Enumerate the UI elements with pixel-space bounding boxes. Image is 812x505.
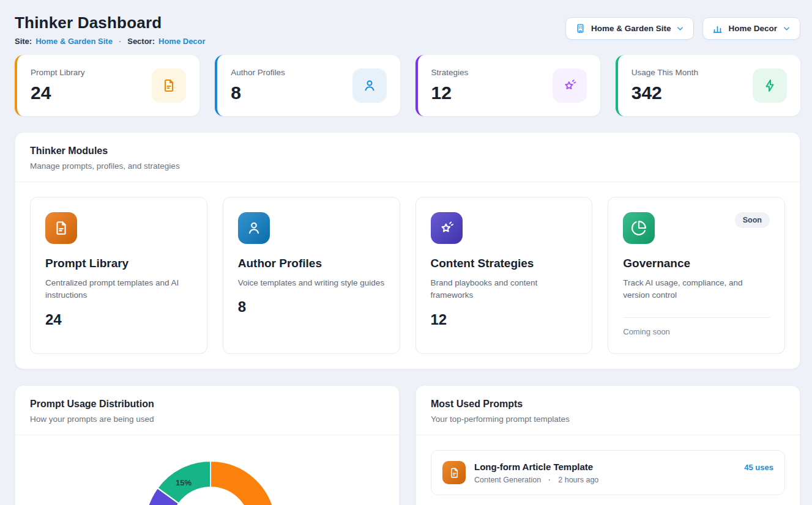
thinker-modules-panel: Thinker Modules Manage prompts, profiles… [15,132,800,369]
stat-text: Usage This Month 342 [631,68,698,103]
module-card-content-strategies[interactable]: Content Strategies Brand playbooks and c… [415,197,593,354]
usage-card-subtitle: How your prompts are being used [30,415,384,424]
sector-label: Sector: [127,37,155,46]
module-title: Prompt Library [45,257,192,270]
sector-link[interactable]: Home Decor [158,37,206,46]
stat-card-strategies[interactable]: Strategies 12 [415,55,600,116]
modules-title: Thinker Modules [30,146,785,157]
prompts-card-title: Most Used Prompts [431,399,785,410]
module-count: 24 [45,311,192,328]
module-description: Track AI usage, compliance, and version … [623,277,770,302]
header-actions: Home & Garden Site Home Decor [565,17,800,40]
document-icon [45,212,77,244]
module-description: Brand playbooks and content frameworks [431,277,578,302]
stats-row: Prompt Library 24 Author Profiles 8 [15,55,800,116]
stat-icon-box [152,68,186,103]
donut-segment-label: 15% [176,478,192,487]
stat-value: 24 [31,83,85,103]
stat-value: 12 [431,83,469,103]
thinker-dashboard-page: Thinker Dashboard Site: Home & Garden Si… [0,0,812,505]
lightning-icon [762,78,777,93]
stat-value: 342 [631,83,698,103]
stat-card-prompt-library[interactable]: Prompt Library 24 [15,55,199,116]
module-title: Content Strategies [431,257,578,270]
prompt-item-uses-badge: 45 uses [744,463,773,472]
chevron-down-icon [783,24,791,32]
site-selector-label: Home & Garden Site [591,24,671,33]
stat-label: Prompt Library [31,68,85,77]
site-link[interactable]: Home & Garden Site [35,37,113,46]
chevron-down-icon [676,24,684,32]
soon-badge: Soon [735,212,770,228]
site-sector-line: Site: Home & Garden Site · Sector: Home … [15,37,206,46]
document-icon [162,78,176,93]
pie-chart-icon [623,212,655,244]
prompt-item-category: Content Generation [474,476,541,484]
usage-card-header: Prompt Usage Distribution How your promp… [15,386,399,435]
stat-text: Author Profiles 8 [231,68,285,103]
module-count: 12 [431,311,578,328]
prompt-list: Long-form Article Template Content Gener… [416,435,800,505]
module-count: 8 [238,298,385,315]
module-divider [623,317,770,318]
dot-separator: · [119,37,121,46]
site-selector-button[interactable]: Home & Garden Site [565,17,695,40]
prompt-item-title: Long-form Article Template [474,462,736,472]
user-icon [362,78,377,93]
stat-card-author-profiles[interactable]: Author Profiles 8 [215,55,400,116]
module-title: Governance [623,257,770,270]
document-icon [442,461,466,484]
prompt-item-meta: Content Generation · 2 hours ago [474,476,736,484]
module-title: Author Profiles [238,257,385,270]
module-card-prompt-library[interactable]: Prompt Library Centralized prompt templa… [30,197,207,354]
star-sparkle-icon [562,78,578,94]
user-icon [238,212,270,244]
sector-selector-label: Home Decor [728,24,777,33]
building-icon [575,23,586,34]
module-description: Voice templates and writing style guides [238,277,385,289]
header-left: Thinker Dashboard Site: Home & Garden Si… [15,13,206,46]
prompts-card-header: Most Used Prompts Your top-performing pr… [416,386,800,435]
stat-icon-box [753,68,787,103]
stat-card-usage[interactable]: Usage This Month 342 [616,55,800,116]
stat-label: Author Profiles [231,68,285,77]
module-card-author-profiles[interactable]: Author Profiles Voice templates and writ… [223,197,400,354]
site-label: Site: [15,37,32,46]
stat-label: Usage This Month [631,68,698,77]
prompt-item-time: 2 hours ago [558,476,598,484]
bottom-row: Prompt Usage Distribution How your promp… [15,385,800,505]
stat-label: Strategies [431,68,469,77]
modules-header: Thinker Modules Manage prompts, profiles… [15,133,800,182]
coming-soon-text: Coming soon [623,327,770,336]
sector-selector-button[interactable]: Home Decor [702,17,800,40]
usage-card-title: Prompt Usage Distribution [30,399,384,410]
modules-grid: Prompt Library Centralized prompt templa… [15,182,800,369]
stat-value: 8 [231,83,285,103]
most-used-prompts-card: Most Used Prompts Your top-performing pr… [415,385,800,505]
usage-distribution-card: Prompt Usage Distribution How your promp… [15,385,400,505]
stat-text: Prompt Library 24 [31,68,85,103]
modules-subtitle: Manage prompts, profiles, and strategies [30,161,785,171]
prompt-list-item[interactable]: Long-form Article Template Content Gener… [431,450,785,495]
dot-separator: · [548,476,551,484]
stat-icon-box [352,68,387,103]
bar-chart-icon [712,23,723,34]
prompts-card-subtitle: Your top-performing prompt templates [431,415,785,424]
page-title: Thinker Dashboard [15,13,206,32]
star-sparkle-icon [431,212,463,244]
donut-segment-orange [210,461,276,505]
prompt-item-body: Long-form Article Template Content Gener… [474,462,736,484]
stat-text: Strategies 12 [431,68,469,103]
module-description: Centralized prompt templates and AI inst… [45,277,192,302]
page-header: Thinker Dashboard Site: Home & Garden Si… [15,13,800,46]
stat-icon-box [553,68,587,103]
module-card-governance[interactable]: Soon Governance Track AI usage, complian… [608,197,785,354]
donut-chart-area: 15% [15,435,399,505]
donut-chart: 15% [143,459,278,505]
